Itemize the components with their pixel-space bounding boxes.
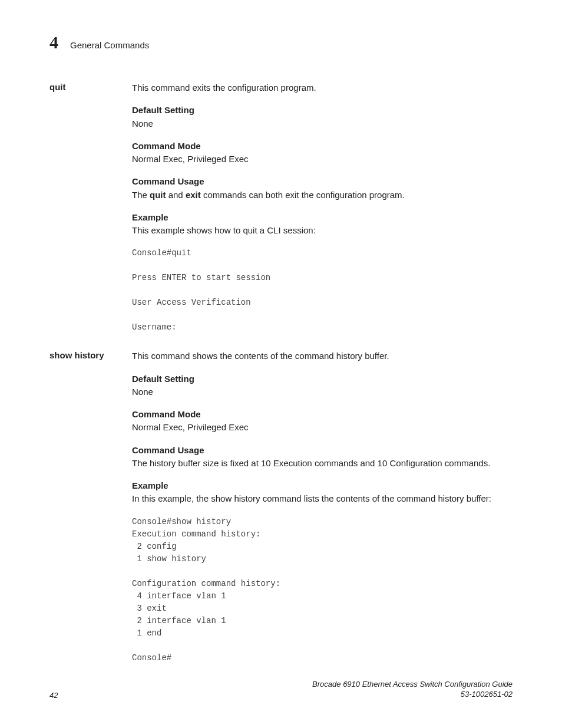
section-heading-show-history: show history [49, 350, 129, 360]
show-history-command-usage-value: The history buffer size is fixed at 10 E… [132, 457, 513, 469]
show-history-command-usage-heading: Command Usage [132, 444, 513, 456]
section-show-history: show history This command shows the cont… [49, 350, 513, 664]
page-number: 42 [49, 691, 58, 700]
quit-example-intro: This example shows how to quit a CLI ses… [132, 225, 513, 236]
quit-usage-mid: and [166, 190, 186, 200]
page-header: 4 General Commands [49, 32, 513, 52]
quit-usage-bold2: exit [186, 190, 201, 200]
quit-usage-bold1: quit [150, 190, 166, 200]
section-quit: quit This command exits the configuratio… [49, 82, 513, 334]
section-quit-content: This command exits the configuration pro… [132, 82, 513, 334]
quit-command-usage-value: The quit and exit commands can both exit… [132, 189, 513, 201]
quit-command-usage-heading: Command Usage [132, 176, 513, 187]
quit-usage-post: commands can both exit the configuration… [201, 190, 405, 200]
show-history-command-mode-heading: Command Mode [132, 409, 513, 420]
chapter-title: General Commands [70, 40, 149, 50]
quit-default-setting-heading: Default Setting [132, 104, 513, 116]
page-footer: 42 Brocade 6910 Ethernet Access Switch C… [49, 680, 513, 700]
footer-doc-title: Brocade 6910 Ethernet Access Switch Conf… [312, 680, 513, 690]
show-history-command-mode-value: Normal Exec, Privileged Exec [132, 421, 513, 433]
show-history-example-heading: Example [132, 480, 513, 492]
footer-doc-id: 53-1002651-02 [312, 690, 513, 700]
show-history-example-code: Console#show history Execution command h… [132, 516, 513, 664]
show-history-example-intro: In this example, the show history comman… [132, 493, 513, 505]
chapter-number: 4 [49, 32, 58, 52]
section-heading-quit: quit [49, 82, 129, 92]
quit-example-heading: Example [132, 212, 513, 223]
section-show-history-content: This command shows the contents of the c… [132, 350, 513, 664]
quit-default-setting-value: None [132, 118, 513, 130]
quit-usage-pre: The [132, 190, 150, 200]
show-history-default-setting-value: None [132, 386, 513, 398]
show-history-default-setting-heading: Default Setting [132, 373, 513, 385]
quit-intro: This command exits the configuration pro… [132, 82, 513, 94]
footer-doc-info: Brocade 6910 Ethernet Access Switch Conf… [312, 680, 513, 700]
quit-command-mode-value: Normal Exec, Privileged Exec [132, 153, 513, 165]
document-page: 4 General Commands quit This command exi… [0, 0, 562, 728]
quit-example-code: Console#quit Press ENTER to start sessio… [132, 247, 513, 334]
show-history-intro: This command shows the contents of the c… [132, 350, 513, 362]
quit-command-mode-heading: Command Mode [132, 140, 513, 152]
